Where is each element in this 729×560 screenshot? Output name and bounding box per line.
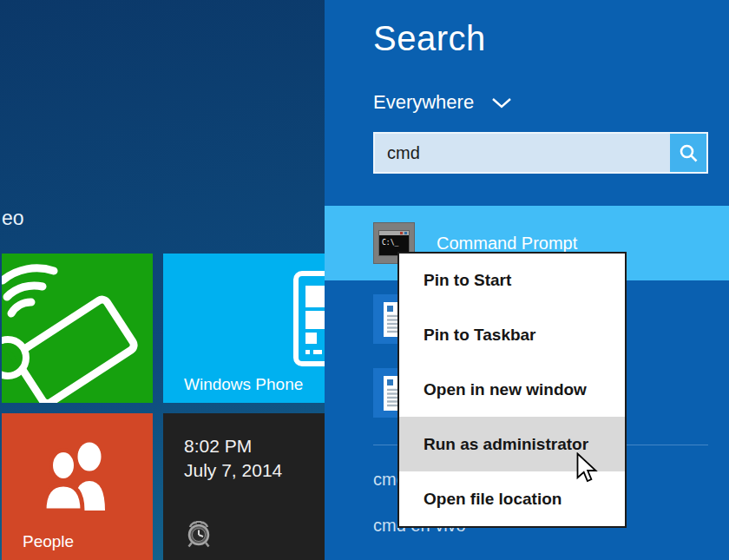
command-prompt-icon-text: C:\_: [379, 235, 409, 247]
xbox-smartglass-icon: [2, 254, 153, 403]
search-panel-title: Search: [373, 19, 486, 58]
search-scope-dropdown[interactable]: Everywhere: [373, 91, 512, 114]
windows81-search-screen: eo Windows Phone: [0, 0, 729, 560]
menu-item-pin-to-start[interactable]: Pin to Start: [399, 254, 625, 308]
menu-item-run-as-administrator[interactable]: Run as administrator: [399, 417, 625, 471]
menu-item-open-file-location[interactable]: Open file location: [399, 471, 625, 526]
menu-item-open-in-new-window[interactable]: Open in new window: [399, 363, 625, 418]
search-scope-label: Everywhere: [373, 91, 474, 114]
search-icon: [679, 143, 699, 163]
tile-alarms-clock[interactable]: 8:02 PM July 7, 2014: [163, 413, 325, 560]
tile-group-label-partial: eo: [2, 207, 24, 230]
people-icon: [35, 441, 115, 511]
clock-date: July 7, 2014: [184, 458, 282, 483]
context-menu: Pin to Start Pin to Taskbar Open in new …: [397, 252, 627, 528]
alarm-clock-icon: [185, 519, 213, 549]
search-box: [373, 132, 708, 174]
tile-windows-phone[interactable]: Windows Phone: [163, 254, 325, 403]
clock-time: 8:02 PM: [184, 434, 282, 458]
search-button[interactable]: [670, 134, 706, 172]
tile-people[interactable]: People: [2, 413, 153, 560]
search-input[interactable]: [375, 134, 670, 172]
windows-phone-tile-label: Windows Phone: [184, 375, 303, 394]
people-tile-label: People: [23, 532, 74, 551]
search-result-label: Command Prompt: [437, 234, 577, 254]
menu-item-pin-to-taskbar[interactable]: Pin to Taskbar: [399, 308, 625, 363]
chevron-down-icon: [491, 97, 512, 109]
tile-xbox-smartglass[interactable]: [2, 254, 153, 403]
